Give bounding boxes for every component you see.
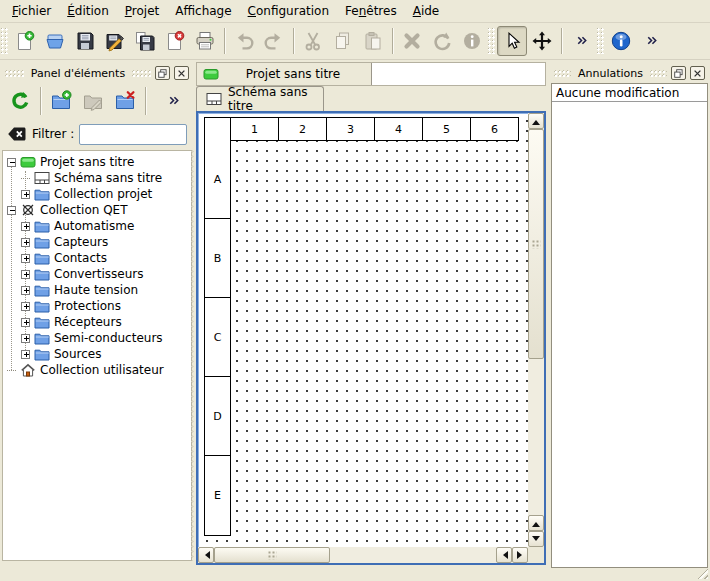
tree-item-label: Récepteurs: [54, 315, 122, 329]
close-file-button[interactable]: [160, 26, 190, 56]
folder-small-icon: [34, 251, 50, 265]
expand-toggle[interactable]: [21, 334, 30, 343]
diagram-canvas[interactable]: 123456 ABCDE: [198, 113, 544, 563]
tree-item-collection-projet[interactable]: Collection projet: [3, 186, 191, 202]
tree-item-capteurs[interactable]: Capteurs: [3, 234, 191, 250]
row-label: E: [205, 456, 230, 535]
expand-toggle[interactable]: [21, 254, 30, 263]
redo-arrow-icon: [263, 30, 285, 52]
elements-tree[interactable]: Projet sans titreSchéma sans titreCollec…: [2, 150, 192, 561]
tree-item-semi-conducteurs[interactable]: Semi-conducteurs: [3, 330, 191, 346]
expand-toggle[interactable]: [21, 286, 30, 295]
save-as-button[interactable]: [100, 26, 130, 56]
float-panel-button[interactable]: [155, 66, 170, 80]
close-panel-button[interactable]: [174, 66, 189, 80]
menu-aide[interactable]: Aide: [405, 1, 448, 21]
row-label: B: [205, 219, 230, 298]
scroll-left-button[interactable]: [198, 547, 214, 563]
delete-button: [397, 26, 427, 56]
select-tool-button[interactable]: [497, 26, 527, 56]
tree-item-label: Contacts: [54, 251, 107, 265]
tab-projet-sans-titre[interactable]: Projet sans titre: [197, 63, 372, 85]
vertical-scrollbar[interactable]: [528, 113, 544, 547]
menu-fenetres[interactable]: Fenêtres: [337, 1, 405, 21]
tools-overflow-button[interactable]: [566, 26, 596, 56]
save-all-button[interactable]: [130, 26, 160, 56]
info-toolbar-handle[interactable]: [597, 28, 604, 54]
tree-item-convertisseurs[interactable]: Convertisseurs: [3, 266, 191, 282]
elements-panel-titlebar[interactable]: Panel d'éléments: [2, 63, 192, 83]
elements-panel-title: Panel d'éléments: [28, 67, 128, 80]
menu-bar: FichierÉditionProjetAffichageConfigurati…: [0, 0, 710, 23]
horizontal-scroll-track[interactable]: [330, 547, 496, 563]
undo-panel-title: Annulations: [575, 67, 646, 80]
tree-item-recepteurs[interactable]: Récepteurs: [3, 314, 191, 330]
open-project-button[interactable]: [40, 26, 70, 56]
file-toolbar-handle[interactable]: [1, 28, 8, 54]
close-panel-button[interactable]: [690, 66, 705, 80]
expand-toggle[interactable]: [21, 190, 30, 199]
scroll-up-button[interactable]: [528, 515, 544, 531]
new-project-button[interactable]: [10, 26, 40, 56]
menu-affichage[interactable]: Affichage: [167, 1, 239, 21]
info-overflow-button[interactable]: [636, 26, 666, 56]
filter-input[interactable]: [79, 124, 187, 145]
expand-toggle[interactable]: [21, 270, 30, 279]
undo-arrow-icon: [233, 30, 255, 52]
tools-toolbar-handle[interactable]: [488, 28, 495, 54]
tree-item-protections[interactable]: Protections: [3, 298, 191, 314]
horizontal-scrollbar[interactable]: [198, 547, 528, 563]
expand-toggle[interactable]: [21, 350, 30, 359]
vertical-scroll-track[interactable]: [528, 359, 544, 515]
scroll-tool-button[interactable]: [527, 26, 557, 56]
tree-item-collection-utilisateur[interactable]: Collection utilisateur: [3, 362, 191, 378]
delete-category-button[interactable]: [109, 85, 141, 117]
tree-item-collection-qet[interactable]: Collection QET: [3, 202, 191, 218]
scroll-right-button[interactable]: [512, 547, 528, 563]
tab-schema-sans-titre[interactable]: Schéma sans titre: [196, 86, 324, 111]
collapse-toggle[interactable]: [7, 158, 16, 167]
menu-configuration[interactable]: Configuration: [240, 1, 337, 21]
titlebar-grip: [5, 70, 24, 77]
folder-small-icon: [34, 267, 50, 281]
scroll-up-button[interactable]: [528, 113, 544, 129]
menu-edition[interactable]: Édition: [59, 1, 117, 21]
scroll-left-button[interactable]: [496, 547, 512, 563]
new-category-button[interactable]: [45, 85, 77, 117]
undo-list-item[interactable]: Aucune modification: [552, 84, 707, 102]
printer-icon: [194, 30, 216, 52]
menu-fichier[interactable]: Fichier: [4, 1, 59, 21]
expand-toggle[interactable]: [21, 238, 30, 247]
clear-filter-icon[interactable]: [7, 126, 27, 142]
horizontal-scroll-thumb[interactable]: [214, 547, 330, 563]
menu-projet[interactable]: Projet: [117, 1, 167, 21]
print-button[interactable]: [190, 26, 220, 56]
tree-item-label: Convertisseurs: [54, 267, 143, 281]
tree-item-contacts[interactable]: Contacts: [3, 250, 191, 266]
project-area: Projet sans titre Schéma sans titre 1234…: [196, 62, 546, 565]
tree-item-haute-tension[interactable]: Haute tension: [3, 282, 191, 298]
undo-panel-titlebar[interactable]: Annulations: [551, 63, 708, 83]
toolbar-separator: [40, 87, 41, 115]
vertical-scroll-thumb[interactable]: [528, 129, 544, 359]
expand-toggle[interactable]: [21, 222, 30, 231]
float-panel-button[interactable]: [671, 66, 686, 80]
tree-item-automatisme[interactable]: Automatisme: [3, 218, 191, 234]
tree-item-sources[interactable]: Sources: [3, 346, 191, 362]
scroll-down-button[interactable]: [528, 531, 544, 547]
expand-toggle[interactable]: [21, 302, 30, 311]
panel-overflow-button[interactable]: [150, 85, 182, 117]
collapse-toggle[interactable]: [7, 206, 16, 215]
about-qet-button[interactable]: [606, 26, 636, 56]
undo-history-list[interactable]: Aucune modification: [551, 83, 708, 568]
tree-item-label: Collection projet: [54, 187, 152, 201]
save-button[interactable]: [70, 26, 100, 56]
left-arrow-icon: [201, 551, 210, 559]
save-as-floppy-icon: [104, 30, 126, 52]
info-circle-gray-icon: [461, 30, 483, 52]
undo-button: [229, 26, 259, 56]
expand-toggle[interactable]: [21, 318, 30, 327]
tree-item-projet-sans-titre[interactable]: Projet sans titre: [3, 154, 191, 170]
tree-item-schema-sans-titre[interactable]: Schéma sans titre: [3, 170, 191, 186]
reload-collections-button[interactable]: [4, 85, 36, 117]
